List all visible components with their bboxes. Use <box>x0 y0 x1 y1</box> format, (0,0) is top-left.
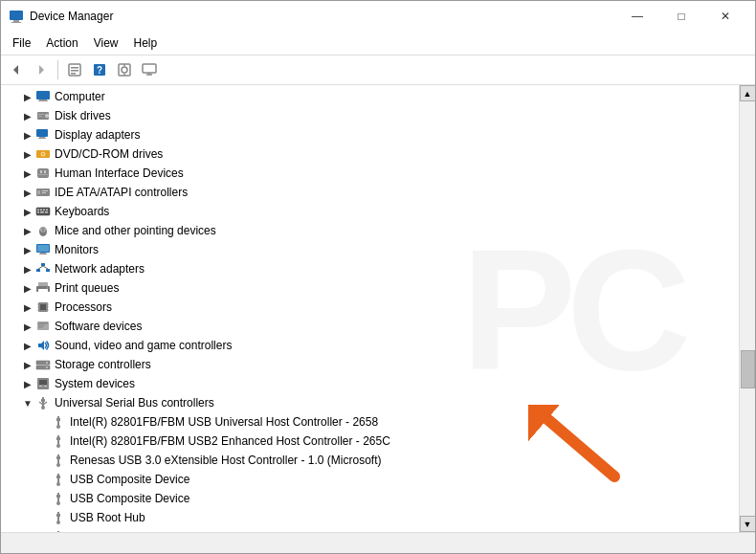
svg-rect-41 <box>40 210 42 211</box>
tree-item-usbc2[interactable]: ▶ USB Composite Device <box>1 489 739 508</box>
scan-button[interactable] <box>113 58 136 81</box>
ide-icon <box>35 185 51 200</box>
back-button[interactable] <box>5 58 28 81</box>
tree-item-dvd[interactable]: ▶ DVD/CD-ROM drives <box>1 144 739 164</box>
tree-item-mice[interactable]: ▶ Mice and other pointing devices <box>1 221 739 240</box>
tree-item-computer[interactable]: ▶ Computer <box>1 87 739 106</box>
svg-rect-44 <box>37 211 39 213</box>
tree-item-print[interactable]: ▶ Print queues <box>1 278 739 298</box>
tree-item-usb3[interactable]: ▶ Renesas USB 3.0 eXtensible Host Contro… <box>1 451 739 470</box>
expand-arrow-software[interactable]: ▶ <box>20 319 35 334</box>
usb2-label: Intel(R) 82801FB/FBM USB2 Enhanced Host … <box>70 434 390 448</box>
menu-bar: File Action View Help <box>1 32 755 55</box>
expand-arrow-monitors[interactable]: ▶ <box>20 242 35 257</box>
svg-rect-45 <box>40 211 44 213</box>
expand-arrow-usb[interactable]: ▼ <box>20 395 35 410</box>
usbr1-icon <box>51 510 66 525</box>
tree-item-ide[interactable]: ▶ IDE ATA/ATAPI controllers <box>1 183 739 202</box>
computer-label: Computer <box>55 90 105 103</box>
expand-arrow-display[interactable]: ▶ <box>20 127 35 143</box>
menu-file[interactable]: File <box>5 33 38 53</box>
svg-rect-2 <box>11 22 21 23</box>
mice-icon <box>35 223 51 238</box>
usb3-label: Renesas USB 3.0 eXtensible Host Controll… <box>70 454 381 467</box>
expand-arrow-print[interactable]: ▶ <box>20 280 35 296</box>
tree-item-usbr1[interactable]: ▶ USB Root Hub <box>1 508 739 527</box>
expand-arrow-hid[interactable]: ▶ <box>20 166 35 181</box>
tree-item-keyboard[interactable]: ▶ Keyboards <box>1 202 739 221</box>
tree-item-usbr2[interactable]: ▶ USB Root Hub <box>1 527 739 532</box>
tree-item-monitors[interactable]: ▶ Monitors <box>1 240 739 259</box>
tree-item-network[interactable]: ▶ Network adapters <box>1 259 739 278</box>
tree-item-usbc1[interactable]: ▶ USB Composite Device <box>1 470 739 489</box>
tree-item-usb2[interactable]: ▶ Intel(R) 82801FB/FBM USB2 Enhanced Hos… <box>1 432 739 451</box>
svg-rect-6 <box>71 67 78 69</box>
device-tree[interactable]: PC ▶ Computer ▶ <box>1 85 739 532</box>
tree-item-sound[interactable]: ▶ Sound, video and game controllers <box>1 336 739 355</box>
expand-arrow-keyboard[interactable]: ▶ <box>20 204 35 219</box>
svg-point-12 <box>122 67 127 73</box>
expand-arrow-mice[interactable]: ▶ <box>20 223 35 238</box>
expand-arrow-storage[interactable]: ▶ <box>20 357 35 372</box>
scroll-track[interactable] <box>740 101 756 516</box>
title-bar: Device Manager — □ ✕ <box>1 1 755 32</box>
tree-item-usb1[interactable]: ▶ Intel(R) 82801FB/FBM USB Universal Hos… <box>1 412 739 432</box>
expand-arrow-dvd[interactable]: ▶ <box>20 146 35 162</box>
svg-rect-34 <box>38 174 48 175</box>
svg-rect-18 <box>36 91 50 100</box>
scrollbar[interactable]: ▲ ▼ <box>739 85 755 532</box>
tree-item-storage[interactable]: ▶ Storage controllers <box>1 355 739 374</box>
expand-arrow-network[interactable]: ▶ <box>20 261 35 277</box>
monitors-label: Monitors <box>55 243 99 256</box>
keyboard-label: Keyboards <box>55 205 109 218</box>
help-button[interactable]: ? <box>88 58 111 81</box>
tree-item-processors[interactable]: ▶ Processors <box>1 298 739 317</box>
svg-point-92 <box>56 521 60 524</box>
expand-arrow-system[interactable]: ▶ <box>20 376 35 391</box>
properties-button[interactable] <box>63 58 86 81</box>
menu-view[interactable]: View <box>86 33 126 53</box>
ide-label: IDE ATA/ATAPI controllers <box>55 186 188 199</box>
sound-label: Sound, video and game controllers <box>55 339 232 352</box>
close-button[interactable]: ✕ <box>703 1 747 32</box>
svg-rect-25 <box>36 129 48 137</box>
usbr2-icon <box>51 529 66 532</box>
keyboard-icon <box>35 204 51 219</box>
scroll-down-button[interactable]: ▼ <box>740 516 756 532</box>
toolbar: ? <box>1 55 755 85</box>
svg-point-87 <box>56 425 60 429</box>
menu-action[interactable]: Action <box>38 33 85 53</box>
svg-point-91 <box>56 501 60 505</box>
expand-arrow-ide[interactable]: ▶ <box>20 185 35 200</box>
expand-arrow-disk[interactable]: ▶ <box>20 108 35 123</box>
svg-rect-23 <box>38 114 44 115</box>
svg-marker-3 <box>13 65 18 75</box>
expand-arrow-processors[interactable]: ▶ <box>20 299 35 315</box>
tree-item-software[interactable]: ▶ Software devices <box>1 317 739 336</box>
maximize-button[interactable]: □ <box>659 1 703 32</box>
display-button[interactable] <box>138 58 161 81</box>
svg-rect-32 <box>40 170 42 173</box>
svg-rect-43 <box>46 210 48 211</box>
tree-item-disk[interactable]: ▶ Disk drives <box>1 106 739 125</box>
system-icon <box>35 376 51 391</box>
forward-button[interactable] <box>30 58 53 81</box>
minimize-button[interactable]: — <box>615 1 659 32</box>
usb-icon <box>35 395 51 410</box>
expand-arrow-computer[interactable]: ▶ <box>20 89 35 104</box>
tree-item-system[interactable]: ▶ System devices <box>1 374 739 393</box>
tree-item-display[interactable]: ▶ Display adapters <box>1 125 739 144</box>
menu-help[interactable]: Help <box>126 33 166 53</box>
scroll-up-button[interactable]: ▲ <box>740 85 756 101</box>
network-label: Network adapters <box>55 262 145 276</box>
scroll-thumb[interactable] <box>741 350 755 388</box>
usb-label: Universal Serial Bus controllers <box>55 396 214 410</box>
monitors-icon <box>35 242 51 257</box>
svg-rect-38 <box>42 192 46 193</box>
svg-rect-36 <box>37 190 40 194</box>
svg-rect-56 <box>46 269 50 272</box>
tree-item-usb[interactable]: ▼ Universal Serial Bus controllers <box>1 393 739 412</box>
display-icon <box>35 127 51 143</box>
expand-arrow-sound[interactable]: ▶ <box>20 338 35 353</box>
tree-item-hid[interactable]: ▶ Human Interface Devices <box>1 164 739 183</box>
